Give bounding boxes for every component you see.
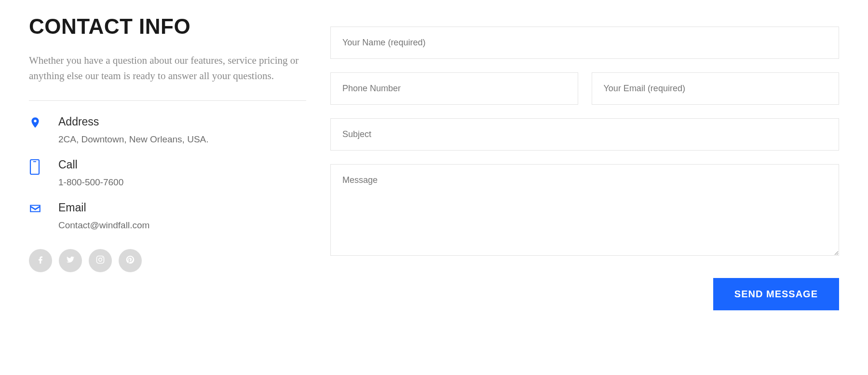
twitter-icon [66, 255, 75, 266]
email-value: Contact@windfall.com [58, 220, 149, 231]
call-label: Call [58, 158, 123, 171]
svg-point-3 [99, 258, 102, 262]
facebook-icon [36, 255, 45, 266]
email-item: Email Contact@windfall.com [29, 201, 306, 231]
svg-rect-1 [33, 161, 36, 162]
address-item: Address 2CA, Downtown, New Orleans, USA. [29, 115, 306, 145]
email-label: Email [58, 201, 149, 214]
pinterest-icon [125, 255, 135, 266]
mobile-phone-icon [29, 159, 41, 177]
message-input[interactable] [330, 164, 839, 256]
map-pin-icon [29, 116, 41, 131]
twitter-link[interactable] [59, 249, 82, 272]
intro-text: Whether you have a question about our fe… [29, 53, 306, 83]
send-message-button[interactable]: SEND MESSAGE [713, 278, 839, 310]
name-input[interactable] [330, 27, 839, 59]
call-value: 1-800-500-7600 [58, 177, 123, 188]
social-links [29, 249, 306, 272]
contact-form: SEND MESSAGE [330, 27, 839, 310]
instagram-link[interactable] [89, 249, 112, 272]
pinterest-link[interactable] [119, 249, 142, 272]
divider [29, 100, 306, 101]
instagram-icon [95, 255, 105, 266]
email-input[interactable] [592, 72, 840, 105]
phone-input[interactable] [330, 72, 578, 105]
subject-input[interactable] [330, 118, 839, 151]
svg-rect-2 [97, 256, 104, 264]
envelope-icon [29, 202, 41, 217]
address-label: Address [58, 115, 209, 128]
address-value: 2CA, Downtown, New Orleans, USA. [58, 134, 209, 145]
page-title: CONTACT INFO [29, 14, 306, 39]
call-item: Call 1-800-500-7600 [29, 158, 306, 188]
svg-point-4 [102, 257, 103, 258]
facebook-link[interactable] [29, 249, 52, 272]
